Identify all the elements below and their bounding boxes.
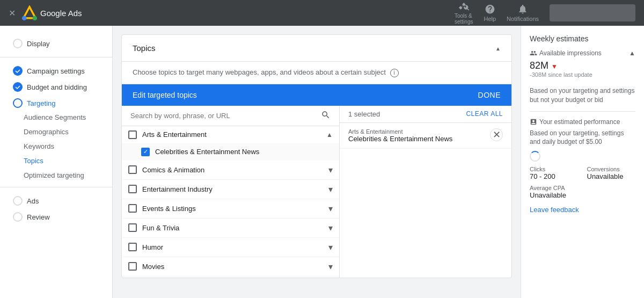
sidebar-item-topics[interactable]: Topics — [0, 154, 112, 168]
chevron-down-icon-6[interactable]: ▾ — [328, 261, 333, 272]
weekly-estimates-title: Weekly estimates — [530, 34, 635, 43]
chevron-down-icon-4[interactable]: ▾ — [328, 223, 333, 233]
selected-item-name: Celebrities & Entertainment News — [348, 135, 486, 143]
available-impressions-section: Available impressions ▲ 82M ▼ -308M sinc… — [530, 49, 635, 78]
category-arts-entertainment[interactable]: Arts & Entertainment ▲ — [122, 126, 339, 143]
sidebar-item-keywords[interactable]: Keywords — [0, 139, 112, 154]
sidebar-item-optimized-targeting[interactable]: Optimized targeting — [0, 168, 112, 183]
humor-label: Humor — [142, 243, 323, 251]
category-arts-entertainment-label: Arts & Entertainment — [142, 130, 321, 139]
campaign-settings-status-icon — [13, 66, 23, 76]
notifications-button[interactable]: Notifications — [507, 4, 539, 22]
category-events-listings[interactable]: Events & Listings ▾ — [122, 199, 339, 219]
ads-status-icon — [13, 196, 23, 206]
selected-header: 1 selected CLEAR ALL — [340, 106, 511, 123]
sidebar-label-audience-segments: Audience Segments — [24, 113, 86, 121]
conversions-label: Conversions — [587, 166, 636, 172]
display-status-icon — [13, 39, 23, 48]
category-entertainment-industry[interactable]: Entertainment Industry ▾ — [122, 180, 339, 199]
chevron-down-icon-2[interactable]: ▾ — [328, 184, 333, 194]
sidebar-item-demographics[interactable]: Demographics — [0, 125, 112, 139]
checkbox-celebrities-news[interactable] — [141, 148, 150, 156]
done-button[interactable]: DONE — [478, 91, 501, 99]
sidebar-label-review: Review — [27, 213, 50, 221]
sidebar-label-keywords: Keywords — [24, 142, 54, 150]
sidebar: Display Campaign settings Budget and bid… — [0, 26, 113, 298]
svg-point-1 — [33, 16, 37, 20]
clicks-value: 70 - 200 — [530, 172, 579, 180]
chevron-down-icon-5[interactable]: ▾ — [328, 242, 333, 252]
selected-item-celebrities: Arts & Entertainment Celebrities & Enter… — [340, 123, 511, 149]
impressions-trend: ▼ — [551, 63, 558, 70]
sidebar-label-budget-bidding: Budget and bidding — [27, 83, 87, 91]
average-cpa-row: Average CPA Unavailable — [530, 185, 635, 199]
info-icon[interactable]: i — [390, 69, 399, 77]
search-row — [122, 106, 339, 126]
category-celebrities-news[interactable]: Celebrities & Entertainment News — [122, 143, 339, 161]
checkbox-comics-animation[interactable] — [128, 165, 137, 174]
movies-label: Movies — [142, 263, 323, 271]
targeting-status-icon — [13, 98, 23, 108]
impressions-value: 82M ▼ — [530, 60, 635, 71]
search-input[interactable] — [130, 112, 321, 120]
sidebar-item-display[interactable]: Display — [0, 34, 112, 53]
edit-bar: Edit targeted topics DONE — [122, 84, 511, 106]
review-status-icon — [13, 212, 23, 222]
sidebar-item-review[interactable]: Review — [0, 208, 112, 224]
celebrities-news-label: Celebrities & Entertainment News — [155, 148, 333, 156]
selected-panel: 1 selected CLEAR ALL Arts & Entertainmen… — [340, 106, 511, 278]
topics-description-text: Choose topics to target many webpages, a… — [133, 68, 386, 76]
notifications-label: Notifications — [507, 16, 539, 22]
avg-cpa-label: Average CPA — [530, 185, 635, 191]
checkbox-entertainment-industry[interactable] — [128, 185, 137, 193]
category-comics-animation[interactable]: Comics & Animation ▾ — [122, 161, 339, 180]
sidebar-label-display: Display — [27, 40, 50, 48]
clicks-conversions-row: Clicks 70 - 200 Conversions Unavailable — [530, 166, 635, 180]
chevron-up-icon[interactable]: ▲ — [326, 131, 333, 139]
leave-feedback-link[interactable]: Leave feedback — [530, 206, 635, 214]
checkbox-movies[interactable] — [128, 262, 137, 271]
clear-all-button[interactable]: CLEAR ALL — [466, 110, 503, 118]
top-nav: ✕ Google Ads Tools & settings Help Notif… — [0, 0, 644, 26]
sidebar-item-audience-segments[interactable]: Audience Segments — [0, 110, 112, 125]
tools-label: Tools & settings — [455, 13, 473, 25]
fun-trivia-label: Fun & Trivia — [142, 224, 323, 232]
sidebar-item-targeting[interactable]: Targeting — [0, 94, 112, 110]
topics-title: Topics — [133, 43, 156, 53]
sidebar-label-topics: Topics — [24, 157, 43, 165]
checkbox-fun-trivia[interactable] — [128, 223, 137, 232]
checkbox-humor[interactable] — [128, 243, 137, 251]
close-icon[interactable]: ✕ — [9, 8, 16, 18]
selected-count: 1 selected — [348, 110, 380, 118]
sidebar-item-ads[interactable]: Ads — [0, 192, 112, 208]
sidebar-label-optimized-targeting: Optimized targeting — [24, 171, 84, 179]
category-fun-trivia[interactable]: Fun & Trivia ▾ — [122, 219, 339, 238]
chevron-down-icon[interactable]: ▾ — [328, 165, 333, 175]
chevron-down-icon-3[interactable]: ▾ — [328, 203, 333, 214]
svg-point-2 — [22, 16, 26, 20]
topics-collapse-icon[interactable] — [495, 44, 501, 52]
budget-bidding-status-icon — [13, 82, 23, 92]
checkbox-events-listings[interactable] — [128, 204, 137, 213]
checkbox-arts-entertainment[interactable] — [128, 130, 137, 139]
sidebar-item-campaign-settings[interactable]: Campaign settings — [0, 62, 112, 78]
help-label: Help — [484, 16, 496, 22]
sidebar-label-ads: Ads — [27, 197, 39, 205]
content-area: Topics Choose topics to target many webp… — [113, 26, 521, 298]
impressions-collapse-icon[interactable]: ▲ — [629, 49, 635, 57]
help-button[interactable]: Help — [484, 4, 496, 22]
remove-celebrities-button[interactable]: ✕ — [490, 128, 503, 141]
category-music-audio[interactable]: Music & Audio ▾ — [122, 277, 339, 278]
category-list: Arts & Entertainment ▲ Celebrities & Ent… — [122, 106, 340, 278]
main-layout: Display Campaign settings Budget and bid… — [0, 26, 644, 298]
category-humor[interactable]: Humor ▾ — [122, 238, 339, 257]
sidebar-item-budget-bidding[interactable]: Budget and bidding — [0, 78, 112, 94]
tools-settings-button[interactable]: Tools & settings — [455, 1, 473, 25]
topics-panel: Topics Choose topics to target many webp… — [121, 34, 512, 278]
edit-bar-title: Edit targeted topics — [133, 91, 197, 99]
search-box[interactable] — [550, 4, 635, 21]
impressions-label-text: Available impressions — [539, 49, 602, 57]
category-movies[interactable]: Movies ▾ — [122, 257, 339, 277]
google-ads-icon — [22, 5, 37, 20]
topics-two-col: Arts & Entertainment ▲ Celebrities & Ent… — [122, 106, 511, 278]
